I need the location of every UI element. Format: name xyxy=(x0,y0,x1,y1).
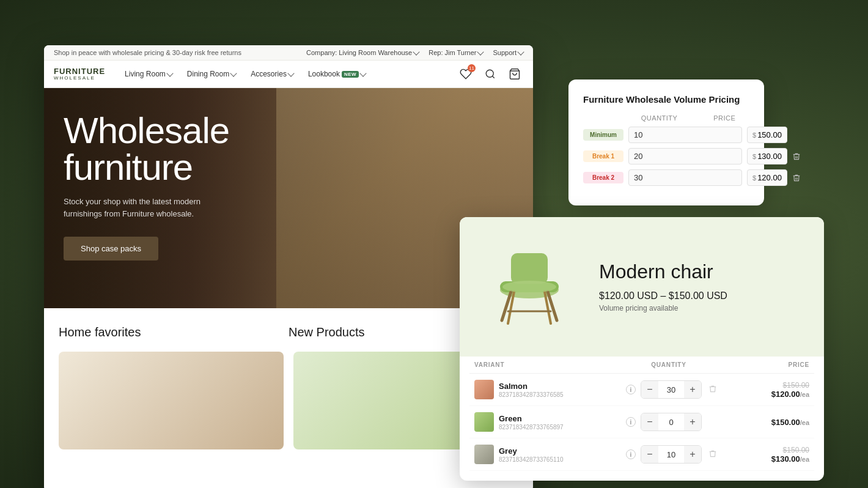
nav-icons: 11 xyxy=(457,65,523,83)
quantity-col-header: QUANTITY xyxy=(626,361,712,368)
hero-content: Wholesale furniture Stock your shop with… xyxy=(44,88,249,285)
green-info-icon[interactable]: i xyxy=(626,417,636,427)
hero-title-2: furniture xyxy=(64,149,229,186)
rep-dropdown[interactable]: Rep: Jim Turner xyxy=(428,49,483,56)
salmon-original-price: $150.00 xyxy=(783,381,809,390)
support-dropdown[interactable]: Support xyxy=(493,49,523,56)
product-popup: Modern chair $120.00 USD – $150.00 USD V… xyxy=(460,217,824,481)
vp-header-quantity: Quantity xyxy=(641,114,678,122)
volume-pricing-card: Furniture Wholesale Volume Pricing Quant… xyxy=(568,79,764,205)
green-qty-value: 0 xyxy=(658,418,684,427)
grey-delete[interactable] xyxy=(707,449,719,460)
green-color-swatch xyxy=(474,412,494,432)
vp-tag-break2: Break 2 xyxy=(583,172,623,183)
vp-delete-break1[interactable] xyxy=(792,150,801,163)
shop-case-packs-button[interactable]: Shop case packs xyxy=(64,237,158,261)
company-chevron-icon xyxy=(413,48,420,55)
grey-color-swatch xyxy=(474,445,494,464)
salmon-qty-increment[interactable]: + xyxy=(684,381,701,398)
grey-info-icon[interactable]: i xyxy=(626,449,636,459)
variant-row-salmon: Salmon 8237183428733376585 i − 30 + $150… xyxy=(469,374,814,406)
hero-title-1: Wholesale xyxy=(64,113,229,149)
nav-lookbook-chevron-icon xyxy=(359,70,366,76)
delete-icon-2 xyxy=(792,174,801,182)
nav-living-room[interactable]: Living Room xyxy=(125,70,172,78)
green-qty-increment[interactable]: + xyxy=(684,413,701,431)
nav-lookbook[interactable]: Lookbook NEW xyxy=(308,70,366,78)
vp-currency-symbol-2: $ xyxy=(752,153,756,160)
vp-header-label xyxy=(583,114,641,122)
green-qty-decrement[interactable]: − xyxy=(641,413,658,431)
wishlist-count: 11 xyxy=(468,64,476,72)
nav-lookbook-label: Lookbook xyxy=(308,70,340,78)
vp-price-value-2: 130.00 xyxy=(757,152,782,161)
announcement-bar: Shop in peace with wholesale pricing & 3… xyxy=(54,49,241,56)
topbar-right: Company: Living Room Warehouse Rep: Jim … xyxy=(306,49,523,56)
company-value: Living Room Warehouse xyxy=(339,49,412,56)
grey-sku: 8237183428733765110 xyxy=(499,456,621,463)
nav-accessories[interactable]: Accesories xyxy=(251,70,293,78)
salmon-delete-icon xyxy=(708,385,717,393)
grey-qty-stepper: − 10 + xyxy=(641,445,702,464)
salmon-current-price: $120.00/ea xyxy=(771,390,809,399)
vp-title: Furniture Wholesale Volume Pricing xyxy=(583,94,749,105)
grey-price: $150.00 $130.00/ea xyxy=(724,446,809,464)
grey-qty-increment[interactable]: + xyxy=(684,446,701,463)
chair-image xyxy=(474,232,584,342)
nav-dining-room[interactable]: Dining Room xyxy=(187,70,236,78)
variant-col-header: VARIANT xyxy=(474,361,626,368)
vp-qty-break1[interactable] xyxy=(628,148,742,165)
variant-row-green: Green 8237183428733765897 i − 0 + $150.0… xyxy=(469,406,814,438)
variant-table: VARIANT QUANTITY PRICE Salmon 8237183428… xyxy=(460,357,824,481)
green-price: $150.00/ea xyxy=(724,418,809,427)
variant-row-grey: Grey 8237183428733765110 i − 10 + $150.0… xyxy=(469,438,814,471)
search-button[interactable] xyxy=(482,65,499,83)
salmon-name: Salmon xyxy=(499,382,621,391)
rep-value: Jim Turner xyxy=(445,49,477,56)
vp-currency-symbol-3: $ xyxy=(752,174,756,182)
section-headers: Home favorites New Products xyxy=(59,325,518,339)
product-card-1[interactable] xyxy=(59,352,284,449)
company-dropdown[interactable]: Company: Living Room Warehouse xyxy=(306,49,419,56)
nav-accessories-chevron-icon xyxy=(287,70,294,76)
delete-icon xyxy=(792,152,801,161)
vp-row-break1: Break 1 $ 130.00 xyxy=(583,148,749,165)
logo-text: FURNITURE xyxy=(54,67,105,75)
hero-description: Stock your shop with the latest modern f… xyxy=(64,196,223,220)
company-label: Company: xyxy=(306,49,337,56)
search-icon xyxy=(485,68,496,79)
salmon-qty-decrement[interactable]: − xyxy=(641,381,658,398)
logo[interactable]: FURNITURE WHOLESALE xyxy=(54,67,105,81)
vp-price-value-3: 120.00 xyxy=(757,173,782,182)
nav-dining-room-label: Dining Room xyxy=(187,70,229,78)
support-label: Support xyxy=(493,49,517,56)
variant-table-header: VARIANT QUANTITY PRICE xyxy=(469,357,814,374)
product-popup-header: Modern chair $120.00 USD – $150.00 USD V… xyxy=(460,217,824,357)
vp-qty-break2[interactable] xyxy=(628,169,742,186)
salmon-delete[interactable] xyxy=(707,385,719,395)
product-cards xyxy=(59,352,518,449)
salmon-sku: 8237183428733376585 xyxy=(499,391,621,398)
green-name: Green xyxy=(499,414,621,423)
vp-price-break2: $ 120.00 xyxy=(747,169,787,186)
grey-delete-icon xyxy=(708,449,717,458)
svg-rect-5 xyxy=(511,253,548,284)
vp-header-price: Price xyxy=(677,114,735,122)
vp-delete-break2[interactable] xyxy=(792,172,801,184)
navbar: FURNITURE WHOLESALE Living Room Dining R… xyxy=(44,61,533,88)
salmon-qty-stepper: − 30 + xyxy=(641,380,702,399)
salmon-info-icon[interactable]: i xyxy=(626,385,636,394)
grey-name: Grey xyxy=(499,446,621,456)
vp-qty-minimum[interactable] xyxy=(628,127,742,143)
nav-accessories-label: Accesories xyxy=(251,70,287,78)
cart-button[interactable] xyxy=(506,65,523,83)
vp-price-minimum: $ 150.00 xyxy=(747,127,787,143)
salmon-color-swatch xyxy=(474,380,494,399)
topbar: Shop in peace with wholesale pricing & 3… xyxy=(44,45,533,61)
wishlist-button[interactable]: 11 xyxy=(457,65,474,83)
support-chevron-icon xyxy=(517,48,524,55)
announcement-text: Shop in peace with wholesale pricing & 3… xyxy=(54,49,241,56)
vp-tag-minimum: Minimum xyxy=(583,129,623,141)
vp-price-value-1: 150.00 xyxy=(757,130,782,139)
grey-qty-decrement[interactable]: − xyxy=(641,446,658,463)
